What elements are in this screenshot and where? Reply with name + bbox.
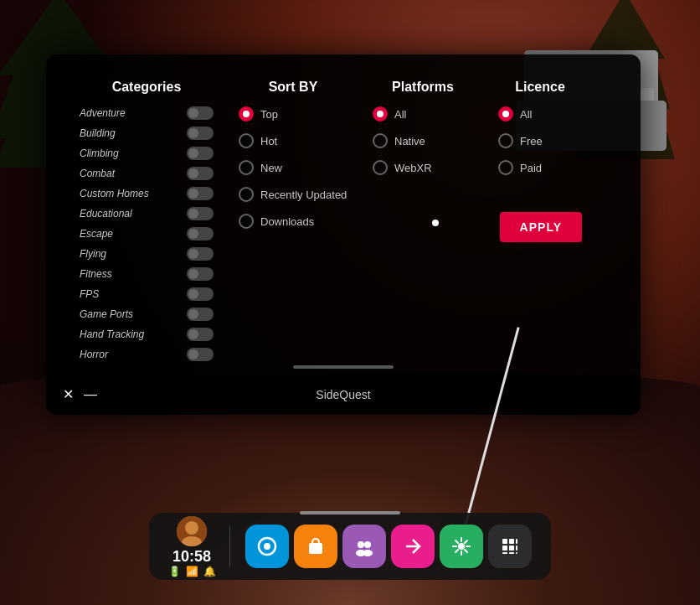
- categories-title: Categories: [80, 80, 214, 95]
- window-taskbar: ✕ — SideQuest: [46, 375, 641, 415]
- sort-radio[interactable]: [239, 214, 254, 229]
- category-label: Game Ports: [80, 308, 133, 320]
- category-row[interactable]: Building: [80, 127, 214, 140]
- platform-option-row[interactable]: Native: [373, 133, 473, 148]
- category-row[interactable]: Climbing: [80, 147, 214, 160]
- apply-button[interactable]: APPLY: [500, 212, 582, 242]
- sort-by-column: Sort BY TopHotNewRecently UpdatedDownloa…: [239, 80, 347, 368]
- category-row[interactable]: Adventure: [80, 106, 214, 120]
- category-toggle[interactable]: [187, 127, 214, 140]
- category-toggle[interactable]: [187, 106, 214, 120]
- category-toggle[interactable]: [187, 308, 214, 321]
- taskbar-scroll-bar: [300, 511, 400, 515]
- licence-column: Licence AllFreePaid: [498, 80, 582, 187]
- sort-radio[interactable]: [239, 160, 254, 175]
- platform-radio[interactable]: [373, 133, 388, 148]
- wifi-icon: 📶: [186, 566, 198, 577]
- category-toggle[interactable]: [187, 267, 214, 281]
- category-row[interactable]: Combat: [80, 167, 214, 180]
- svg-rect-13: [516, 539, 517, 544]
- sort-option-row[interactable]: Downloads: [239, 214, 347, 229]
- category-row[interactable]: Custom Homes: [80, 187, 214, 200]
- category-toggle[interactable]: [187, 167, 214, 180]
- settings-app-button[interactable]: [440, 525, 483, 568]
- category-toggle[interactable]: [187, 147, 214, 160]
- sort-radio[interactable]: [239, 106, 254, 122]
- category-label: Educational: [80, 208, 132, 220]
- category-label: Hand Tracking: [80, 328, 144, 340]
- sidequest-app-button[interactable]: [245, 525, 289, 568]
- svg-point-1: [185, 521, 198, 535]
- category-toggle[interactable]: [187, 348, 214, 361]
- licence-radio[interactable]: [498, 133, 513, 148]
- platform-radio[interactable]: [373, 106, 388, 122]
- category-toggle[interactable]: [187, 227, 214, 240]
- notification-icon: 🔔: [203, 566, 216, 577]
- sort-radio[interactable]: [239, 187, 254, 202]
- store-app-button[interactable]: [294, 525, 337, 568]
- platform-label: All: [394, 108, 406, 121]
- category-toggle[interactable]: [187, 187, 214, 200]
- close-button[interactable]: ✕: [63, 388, 74, 401]
- category-row[interactable]: Educational: [80, 207, 214, 220]
- category-row[interactable]: Game Ports: [80, 308, 214, 321]
- platform-option-row[interactable]: All: [373, 106, 473, 122]
- category-label: Combat: [80, 168, 115, 179]
- time-section: 10:58 🔋 📶 🔔: [162, 516, 221, 577]
- platform-label: WebXR: [394, 162, 432, 174]
- category-row[interactable]: Escape: [80, 227, 214, 240]
- avatar: [177, 516, 207, 546]
- licence-option-row[interactable]: All: [498, 106, 582, 122]
- svg-point-7: [364, 541, 371, 548]
- sort-option-row[interactable]: Hot: [239, 133, 347, 148]
- main-window: Categories AdventureBuildingClimbingComb…: [46, 54, 641, 415]
- taskbar-time: 10:58: [172, 548, 211, 566]
- taskbar-apps: [239, 525, 538, 568]
- battery-icon: 🔋: [168, 566, 181, 577]
- category-row[interactable]: Flying: [80, 247, 214, 261]
- vr-taskbar: 10:58 🔋 📶 🔔: [149, 513, 551, 580]
- platform-option-row[interactable]: WebXR: [373, 160, 473, 175]
- platforms-licence-row: Platforms AllNativeWebXR Licence AllFree…: [373, 80, 582, 187]
- window-scroll-bar: [293, 365, 394, 369]
- category-row[interactable]: FPS: [80, 287, 214, 301]
- minimize-button[interactable]: —: [84, 388, 97, 401]
- social-app-button[interactable]: [342, 525, 386, 568]
- sort-radio[interactable]: [239, 133, 254, 148]
- category-row[interactable]: Hand Tracking: [80, 328, 214, 341]
- apply-row: APPLY: [373, 195, 582, 242]
- sort-by-title: Sort BY: [239, 80, 347, 95]
- licence-title: Licence: [498, 80, 582, 95]
- categories-column: Categories AdventureBuildingClimbingComb…: [80, 80, 214, 368]
- category-row[interactable]: Fitness: [80, 267, 214, 281]
- grid-app-button[interactable]: [488, 525, 532, 568]
- sort-option-row[interactable]: Top: [239, 106, 347, 122]
- share-app-button[interactable]: [391, 525, 435, 568]
- status-icons: 🔋 📶 🔔: [168, 566, 216, 577]
- sort-option-row[interactable]: Recently Updated: [239, 187, 347, 202]
- category-toggle[interactable]: [187, 328, 214, 341]
- licence-option-row[interactable]: Paid: [498, 160, 582, 175]
- pointer-dot: [432, 220, 439, 226]
- category-toggle[interactable]: [187, 207, 214, 220]
- svg-rect-11: [502, 539, 507, 544]
- platforms-list: AllNativeWebXR: [373, 106, 473, 175]
- sort-label: Top: [260, 108, 278, 121]
- licence-radio[interactable]: [498, 106, 513, 122]
- svg-rect-18: [509, 552, 514, 554]
- sort-option-row[interactable]: New: [239, 160, 347, 175]
- svg-rect-17: [502, 552, 507, 554]
- category-label: Climbing: [80, 147, 119, 159]
- category-label: Adventure: [80, 107, 126, 119]
- platforms-title: Platforms: [373, 80, 473, 95]
- sort-label: New: [260, 162, 282, 174]
- licence-option-row[interactable]: Free: [498, 133, 582, 148]
- category-row[interactable]: Horror: [80, 348, 214, 361]
- platform-radio[interactable]: [373, 160, 388, 175]
- licence-list: AllFreePaid: [498, 106, 582, 175]
- category-toggle[interactable]: [187, 247, 214, 261]
- licence-radio[interactable]: [498, 160, 513, 175]
- svg-point-10: [458, 543, 465, 550]
- platforms-column: Platforms AllNativeWebXR: [373, 80, 473, 187]
- category-toggle[interactable]: [187, 287, 214, 301]
